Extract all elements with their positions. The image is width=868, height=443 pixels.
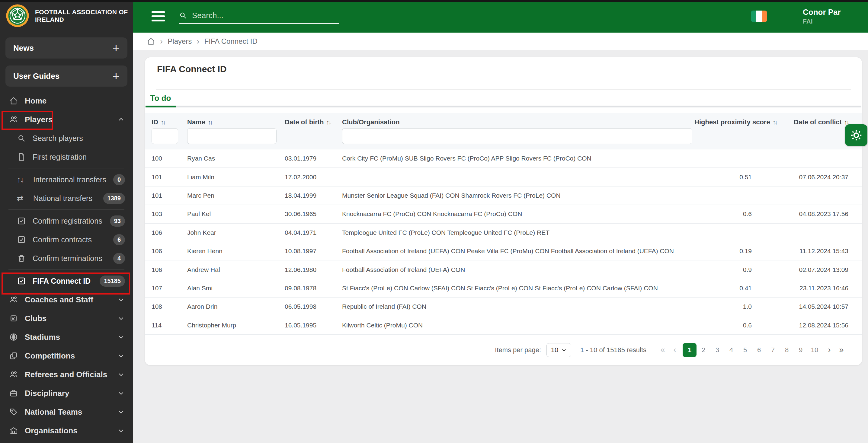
column-header-club-organisation: Club/Organisation [342, 118, 694, 126]
chevron-down-icon [117, 408, 125, 416]
breadcrumb-item-players[interactable]: Players [167, 37, 192, 45]
bank-icon [9, 426, 18, 435]
cell-club-organisation: Knocknacarra FC (ProCo) CON Knocknacarra… [342, 210, 694, 218]
cell-highest-proximity-score: 0.9 [694, 266, 773, 274]
breadcrumb-separator: › [160, 37, 163, 45]
page-number-button[interactable]: 10 [808, 343, 822, 357]
page-number-button[interactable]: 8 [780, 343, 794, 357]
breadcrumb-home-icon[interactable] [147, 37, 155, 45]
sidebar-item-confirm-terminations[interactable]: Confirm terminations 4 [0, 249, 133, 268]
table-row[interactable]: 108 Aaron Drin 06.05.1998 Republic of Ir… [145, 297, 862, 316]
items-per-page-label: Items per page: [495, 346, 541, 354]
sidebar-item-home[interactable]: Home [0, 91, 133, 110]
column-header-highest-proximity-score[interactable]: Highest proximity score↑↓ [694, 118, 773, 126]
title-divider [156, 89, 851, 90]
global-search [179, 11, 339, 24]
column-header-id[interactable]: ID↑↓ [145, 118, 187, 126]
cell-name: Ryan Cas [187, 155, 285, 162]
table-row[interactable]: 101 Liam Miln 17.02.2000 0.51 07.06.2024… [145, 168, 862, 186]
sidebar-item-organisations[interactable]: Organisations [0, 421, 133, 440]
cell-date-of-conflict: 11.12.2024 15:43 [773, 248, 862, 255]
cell-club-organisation: Football Association of Ireland (UEFA) C… [342, 248, 694, 255]
sidebar-item-confirm-registrations[interactable]: Confirm registrations 93 [0, 212, 133, 230]
table-row[interactable]: 106 John Kear 04.04.1971 Templeogue Unit… [145, 224, 862, 242]
sidebar-item-coaches-and-staff[interactable]: Coaches and Staff [0, 290, 133, 309]
previous-page-button[interactable]: ‹ [669, 343, 681, 357]
club-icon [9, 314, 18, 323]
news-button[interactable]: News + [5, 37, 127, 59]
page-number-button[interactable]: 7 [766, 343, 780, 357]
checkbox-icon [17, 216, 26, 225]
user-guides-button[interactable]: User Guides + [5, 65, 127, 87]
cell-date-of-birth: 03.01.1979 [285, 155, 342, 162]
page-number-button[interactable]: 1 [683, 343, 696, 357]
table-row[interactable]: 106 Andrew Hal 12.06.1980 Football Assoc… [145, 260, 862, 279]
sort-icon: ↑↓ [161, 119, 165, 126]
sidebar-item-players[interactable]: Players [0, 110, 133, 129]
sidebar-item-search-players[interactable]: Search players [0, 129, 133, 148]
cell-name: Alan Smi [187, 285, 285, 292]
table-row[interactable]: 100 Ryan Cas 03.01.1979 Cork City FC (Pr… [145, 149, 862, 168]
org-logo-block: FOOTBALL ASSOCIATION OF IRELAND [0, 0, 133, 31]
page-number-button[interactable]: 5 [738, 343, 752, 357]
table-row[interactable]: 106 Kieren Henn 10.08.1997 Football Asso… [145, 242, 862, 260]
content-card: FIFA Connect ID To do ID↑↓ Name↑↓ Date o… [145, 57, 862, 365]
search-input[interactable] [192, 11, 325, 20]
cell-club-organisation: Templeogue United FC (ProLe) CON Templeo… [342, 229, 694, 236]
first-page-button[interactable]: « [657, 343, 669, 357]
table-row[interactable]: 101 Marc Pen 18.04.1999 Munster Senior L… [145, 187, 862, 205]
column-header-date-of-birth[interactable]: Date of birth↑↓ [285, 118, 342, 126]
page-number-button[interactable]: 6 [752, 343, 766, 357]
page-number-button[interactable]: 2 [696, 343, 710, 357]
table-header: ID↑↓ Name↑↓ Date of birth↑↓ Club/Organis… [145, 113, 862, 149]
page-number-button[interactable]: 3 [710, 343, 724, 357]
chevron-down-icon [561, 347, 567, 353]
org-name: FOOTBALL ASSOCIATION OF IRELAND [35, 8, 129, 23]
cell-id: 108 [145, 303, 187, 310]
active-tab-indicator [146, 106, 176, 107]
last-page-button[interactable]: » [835, 343, 847, 357]
cell-date-of-birth: 18.04.1999 [285, 192, 342, 199]
tab-to-do[interactable]: To do [146, 91, 176, 106]
cell-club-organisation: St Fiacc's (ProLe) CON Carlow (SFAI) CON… [342, 285, 694, 292]
table-row[interactable]: 103 Paul Kel 30.06.1965 Knocknacarra FC … [145, 205, 862, 223]
globe-icon [9, 333, 18, 342]
table-row[interactable]: 107 Alan Smi 09.08.1978 St Fiacc's (ProL… [145, 279, 862, 297]
cell-name: Kieren Henn [187, 248, 285, 255]
items-per-page-select[interactable]: 10 [547, 343, 571, 357]
sidebar-item-national-transfers[interactable]: ⇄ National transfers 1389 [0, 189, 133, 208]
window-top-edge [0, 0, 868, 2]
app-window: FOOTBALL ASSOCIATION OF IRELAND News + U… [0, 0, 868, 443]
table-row[interactable]: 114 Christopher Murp 16.05.1995 Kilworth… [145, 316, 862, 335]
next-page-button[interactable]: › [823, 343, 835, 357]
cell-club-organisation: Cork City FC (ProMu) SUB Sligo Rovers FC… [342, 155, 694, 162]
column-header-name[interactable]: Name↑↓ [187, 118, 285, 126]
settings-button[interactable] [845, 124, 867, 146]
page-number-button[interactable]: 4 [724, 343, 738, 357]
results-count: 1 - 10 of 15185 results [580, 346, 646, 354]
tab-strip [146, 106, 861, 107]
hamburger-menu-icon[interactable] [152, 11, 165, 22]
page-number-button[interactable]: 9 [794, 343, 808, 357]
sidebar-item-confirm-contracts[interactable]: Confirm contracts 6 [0, 230, 133, 249]
id-filter-input[interactable] [152, 128, 178, 144]
name-filter-input[interactable] [187, 128, 277, 144]
cell-id: 103 [145, 210, 187, 218]
sidebar-item-competitions[interactable]: Competitions [0, 346, 133, 365]
sidebar-item-stadiums[interactable]: Stadiums [0, 328, 133, 346]
sidebar-item-fifa-connect-id[interactable]: FIFA Connect ID 15185 [0, 272, 133, 290]
sidebar-item-referees-and-officials[interactable]: Referees and Officials [0, 365, 133, 384]
cell-highest-proximity-score: 1.0 [694, 303, 773, 310]
sidebar-item-disciplinary[interactable]: Disciplinary [0, 384, 133, 403]
sidebar-item-international-transfers[interactable]: ↑↓ International transfers 0 [0, 170, 133, 189]
sidebar-item-clubs[interactable]: Clubs [0, 309, 133, 328]
sidebar-item-first-registration[interactable]: First registration [0, 148, 133, 166]
chevron-up-icon [117, 116, 125, 123]
briefcase-icon [9, 389, 18, 398]
sidebar-item-national-teams[interactable]: National Teams [0, 403, 133, 421]
cell-date-of-birth: 04.04.1971 [285, 229, 342, 236]
chevron-down-icon [117, 296, 125, 304]
user-menu[interactable]: Conor Par FAI [803, 7, 848, 25]
club-organisation-filter-input[interactable] [342, 128, 692, 144]
ireland-flag-icon[interactable] [751, 10, 767, 22]
